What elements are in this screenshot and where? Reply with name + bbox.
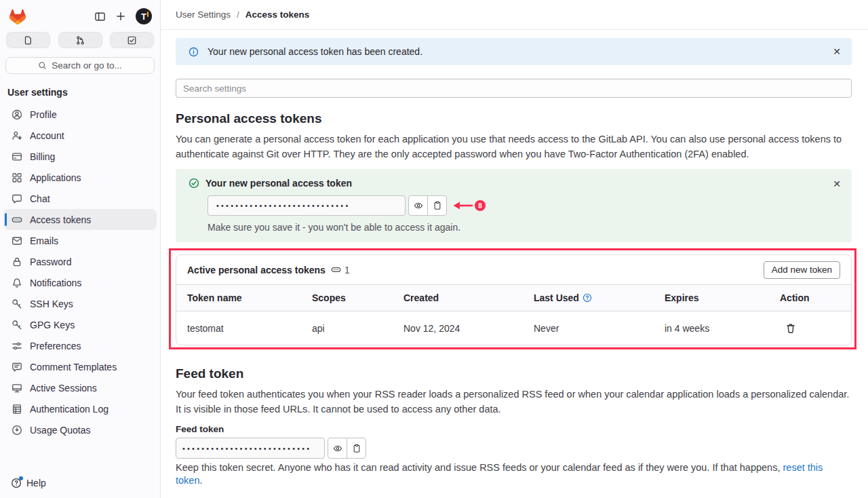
annotation-arrow xyxy=(452,200,473,211)
sidebar-item-label: Access tokens xyxy=(30,214,91,225)
sidebar-item-label: Comment Templates xyxy=(30,362,117,372)
gitlab-logo[interactable] xyxy=(9,9,26,24)
sidebar-item-label: Active Sessions xyxy=(30,383,97,394)
col-expires: Expires xyxy=(665,292,780,303)
sidebar-toggle-button[interactable] xyxy=(94,11,106,22)
cell-token-name: testomat xyxy=(187,323,312,334)
active-tokens-title: Active personal access tokens xyxy=(187,265,326,275)
sidebar-item-gpg-keys[interactable]: GPG Keys xyxy=(3,314,157,335)
merge-requests-shortcut-button[interactable] xyxy=(58,32,102,48)
sidebar-item-preferences[interactable]: Preferences xyxy=(3,335,157,356)
sidebar-item-password[interactable]: Password xyxy=(3,251,157,272)
token-count-value: 1 xyxy=(344,265,350,275)
active-tokens-card: Active personal access tokens 1 Add new … xyxy=(176,254,852,345)
sidebar-item-label: Billing xyxy=(30,151,55,162)
sliders-icon xyxy=(12,341,22,351)
search-icon xyxy=(38,61,47,70)
chat-bubble-icon xyxy=(12,193,22,204)
credit-card-icon xyxy=(12,151,22,162)
info-alert-close-button[interactable]: ✕ xyxy=(833,46,841,57)
sidebar-item-billing[interactable]: Billing xyxy=(3,146,157,167)
lock-icon xyxy=(12,256,22,267)
sidebar-item-emails[interactable]: Emails xyxy=(3,230,157,251)
feed-token-label: Feed token xyxy=(176,423,852,435)
sidebar-item-account[interactable]: Account xyxy=(3,125,157,146)
info-icon xyxy=(189,47,199,57)
profile-icon xyxy=(12,109,22,120)
copy-feed-token-button[interactable] xyxy=(347,438,366,459)
clipboard-icon xyxy=(352,444,361,453)
sidebar-item-label: Notifications xyxy=(30,277,81,288)
gauge-icon xyxy=(12,425,22,436)
add-new-token-button[interactable]: Add new token xyxy=(764,261,840,279)
reveal-token-button[interactable] xyxy=(408,195,428,216)
global-search-label: Search or go to... xyxy=(52,60,122,71)
sidebar-item-chat[interactable]: Chat xyxy=(3,188,157,209)
sidebar-item-label: Emails xyxy=(30,235,58,246)
tokens-table-header: Token name Scopes Created Last Used Expi… xyxy=(176,284,851,311)
active-indicator xyxy=(5,213,7,226)
sidebar-item-label: Usage Quotas xyxy=(30,425,91,436)
trash-icon xyxy=(785,323,796,334)
sidebar-item-label: Applications xyxy=(30,172,81,183)
feed-token-title: Feed token xyxy=(176,365,852,383)
feed-token-field[interactable]: ••••••••••••••••••••••••••• xyxy=(176,438,325,459)
todo-shortcut-button[interactable] xyxy=(110,32,154,48)
cell-last-used: Never xyxy=(534,323,665,334)
sidebar-item-label: Preferences xyxy=(30,341,81,351)
sidebar-item-usage-quotas[interactable]: Usage Quotas xyxy=(3,419,157,440)
global-search-button[interactable]: Search or go to... xyxy=(5,57,155,74)
new-token-field[interactable]: •••••••••••••••••••••••••••• xyxy=(208,195,406,216)
check-circle-icon xyxy=(189,178,199,189)
avatar-initial: T xyxy=(141,12,146,22)
copy-token-button[interactable] xyxy=(427,195,447,216)
user-avatar[interactable]: T xyxy=(136,8,152,24)
sidebar-header: T xyxy=(0,0,160,30)
page-title: Personal access tokens xyxy=(176,110,852,128)
sidebar-section-title: User settings xyxy=(7,87,160,98)
success-alert-close-button[interactable]: ✕ xyxy=(833,178,841,189)
eye-icon xyxy=(333,444,342,453)
key-icon xyxy=(12,299,22,309)
settings-page: Your new personal access token has been … xyxy=(161,30,868,498)
sidebar-toggle-icon xyxy=(94,11,106,22)
sidebar-item-active-sessions[interactable]: Active Sessions xyxy=(3,377,157,398)
token-pill-icon xyxy=(12,214,22,225)
question-circle-icon[interactable] xyxy=(583,293,592,303)
annotation-badge: 8 xyxy=(475,200,486,211)
help-button[interactable]: Help xyxy=(0,478,160,498)
masked-token-value: •••••••••••••••••••••••••••• xyxy=(216,202,350,210)
issues-shortcut-button[interactable] xyxy=(6,32,50,48)
reveal-feed-token-button[interactable] xyxy=(328,438,347,459)
cell-scopes: api xyxy=(312,323,403,334)
log-icon xyxy=(12,404,22,415)
sidebar-item-label: Account xyxy=(30,130,64,141)
col-scopes: Scopes xyxy=(312,292,403,303)
todo-check-icon xyxy=(127,35,137,45)
revoke-token-button[interactable] xyxy=(785,323,840,334)
settings-search-input[interactable] xyxy=(176,79,852,98)
masked-feed-token-value: ••••••••••••••••••••••••••• xyxy=(182,444,311,453)
sidebar-item-profile[interactable]: Profile xyxy=(3,104,157,125)
sidebar-item-label: Profile xyxy=(30,109,57,120)
create-new-button[interactable] xyxy=(115,11,126,22)
sidebar-item-access-tokens[interactable]: Access tokens xyxy=(3,209,157,230)
notification-dot xyxy=(19,476,23,480)
token-count: 1 xyxy=(331,265,350,275)
sidebar-item-authentication-log[interactable]: Authentication Log xyxy=(3,398,157,419)
sidebar-item-ssh-keys[interactable]: SSH Keys xyxy=(3,293,157,314)
key-icon xyxy=(12,320,22,330)
token-table-row: testomat api Nov 12, 2024 Never in 4 wee… xyxy=(176,311,851,345)
success-alert: Your new personal access token ✕ •••••••… xyxy=(176,169,852,242)
eye-icon xyxy=(414,201,423,210)
plus-icon xyxy=(115,11,126,22)
breadcrumb-user-settings[interactable]: User Settings xyxy=(176,9,231,20)
merge-request-icon xyxy=(75,35,85,45)
sidebar-item-applications[interactable]: Applications xyxy=(3,167,157,188)
bell-icon xyxy=(12,277,22,288)
sidebar-item-notifications[interactable]: Notifications xyxy=(3,272,157,293)
info-alert: Your new personal access token has been … xyxy=(176,38,852,65)
cell-expires: in 4 weeks xyxy=(665,323,780,334)
sidebar-item-comment-templates[interactable]: Comment Templates xyxy=(3,356,157,377)
envelope-icon xyxy=(12,235,22,246)
